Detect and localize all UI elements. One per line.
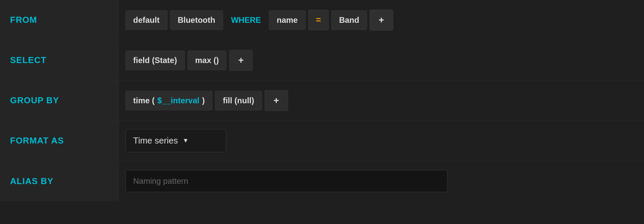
chevron-down-icon: ▼ [182, 137, 189, 144]
from-equals-operator[interactable]: = [308, 10, 329, 30]
select-content: field (State) max () + [119, 50, 644, 71]
aliasBy-input[interactable] [125, 170, 447, 192]
select-label: SELECT [0, 40, 119, 80]
select-field-state-pill[interactable]: field (State) [125, 51, 185, 70]
groupby-fill-null-pill[interactable]: fill (null) [215, 91, 262, 110]
groupby-label: GROUP BY [0, 80, 119, 120]
from-band-pill[interactable]: Band [331, 10, 367, 30]
groupby-time-interval-pill[interactable]: time ($__interval) [125, 91, 212, 110]
groupby-content: time ($__interval) fill (null) + [119, 90, 644, 111]
formatas-dropdown[interactable]: Time series ▼ [125, 129, 226, 152]
formatas-row: FORMAT AS Time series ▼ [0, 121, 644, 161]
aliasBy-content [119, 170, 644, 192]
from-name-pill[interactable]: name [269, 10, 306, 30]
from-content: default Bluetooth WHERE name = Band + [119, 10, 644, 31]
select-add-button[interactable]: + [229, 50, 253, 71]
interval-text: $__interval [157, 96, 199, 105]
query-builder: FROM default Bluetooth WHERE name = Band… [0, 0, 644, 224]
formatas-value: Time series [133, 135, 178, 146]
select-row: SELECT field (State) max () + [0, 40, 644, 80]
from-add-button[interactable]: + [370, 10, 393, 31]
select-max-pill[interactable]: max () [187, 51, 227, 70]
from-where-keyword: WHERE [226, 11, 266, 30]
from-default-pill[interactable]: default [125, 10, 167, 30]
groupby-row: GROUP BY time ($__interval) fill (null) … [0, 80, 644, 121]
from-bluetooth-pill[interactable]: Bluetooth [170, 10, 223, 30]
from-label: FROM [0, 0, 119, 40]
from-row: FROM default Bluetooth WHERE name = Band… [0, 0, 644, 40]
aliasBy-label: ALIAS BY [0, 161, 119, 201]
formatas-label: FORMAT AS [0, 121, 119, 161]
groupby-add-button[interactable]: + [265, 90, 288, 111]
aliasBy-row: ALIAS BY [0, 161, 644, 201]
formatas-content: Time series ▼ [119, 129, 644, 152]
